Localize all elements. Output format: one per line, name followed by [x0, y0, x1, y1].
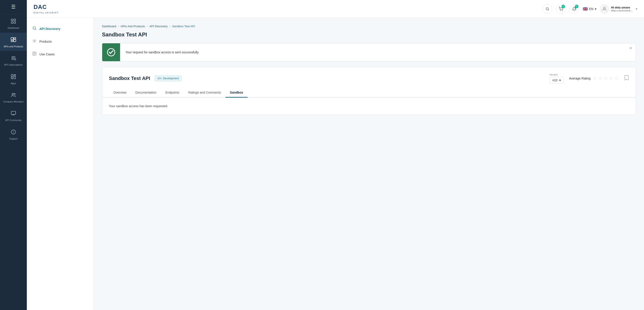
svg-point-26 — [562, 10, 562, 11]
sidebar-item-label: Company Members — [3, 100, 24, 103]
sidebar-item-label: API Community — [5, 119, 22, 122]
version-dropdown[interactable]: v10 ▾ — [550, 77, 564, 83]
page-title: Sandbox Test API — [102, 31, 636, 38]
user-email: ekta.u+pconsume... — [611, 9, 632, 12]
breadcrumb-apis-products[interactable]: APIs And Products — [121, 24, 145, 28]
star-4[interactable]: ☆ — [609, 75, 613, 81]
sidebar-item-label: APIs and Products — [4, 45, 23, 48]
svg-rect-5 — [14, 37, 16, 39]
header-actions: 0 0 0 🇬🇧 EN ▾ — [542, 4, 637, 14]
cart-badge: 0 — [562, 5, 565, 8]
logo: DAC DIGITAL APICRAFT — [34, 4, 59, 14]
sidebar-item-api-subscriptions[interactable]: API Subscriptions — [0, 51, 27, 69]
breadcrumb-dashboard[interactable]: Dashboard — [102, 24, 116, 28]
success-banner: Your request for sandbox access is sent … — [102, 43, 636, 61]
breadcrumb-api-discovery[interactable]: API Discovery — [149, 24, 168, 28]
svg-rect-14 — [14, 74, 16, 75]
sidebar-item-label: API Subscriptions — [4, 63, 23, 66]
api-card-header: Sandbox Test API </> Development Version… — [102, 67, 636, 83]
left-panel-item-products[interactable]: Products — [27, 35, 94, 48]
svg-point-25 — [560, 10, 560, 11]
svg-rect-1 — [14, 19, 16, 21]
sidebar-item-api-community[interactable]: API Community — [0, 106, 27, 125]
left-panel-item-label: Use Cases — [39, 52, 54, 56]
content-area: API Discovery Products — [27, 18, 644, 310]
use-cases-icon — [32, 51, 37, 57]
sidebar-item-company-members[interactable]: Company Members — [0, 88, 27, 106]
left-panel-item-use-cases[interactable]: Use Cases — [27, 48, 94, 60]
tab-ratings-comments-label: Ratings and Comments — [188, 91, 221, 94]
api-community-icon — [10, 109, 18, 117]
left-panel-item-label: API Discovery — [39, 27, 60, 30]
products-icon — [32, 39, 37, 44]
svg-line-31 — [35, 29, 36, 30]
api-subscriptions-icon — [10, 54, 18, 62]
success-icon-box — [102, 43, 120, 61]
svg-rect-13 — [11, 74, 13, 76]
tab-endpoints-label: Endpoints — [166, 91, 179, 94]
breadcrumb-sep-2: › — [147, 25, 148, 28]
bookmark-icon[interactable] — [624, 75, 629, 82]
version-value: v10 — [552, 78, 558, 82]
star-2[interactable]: ☆ — [598, 75, 603, 81]
version-label: Version — [550, 73, 564, 76]
notification-button[interactable]: 0 0 — [569, 4, 579, 14]
svg-rect-0 — [11, 19, 13, 21]
tab-sandbox-label: Sandbox — [230, 91, 243, 94]
sandbox-message: Your sandbox access has been requested. — [109, 104, 168, 108]
tab-overview-label: Overview — [113, 91, 126, 94]
language-selector[interactable]: 🇬🇧 EN ▾ — [583, 6, 596, 11]
sidebar-item-apps[interactable]: Apps — [0, 69, 27, 88]
main-area: DAC DIGITAL APICRAFT 0 — [27, 0, 644, 310]
api-card-content: Your sandbox access has been requested. — [102, 98, 636, 115]
svg-point-29 — [604, 7, 605, 9]
left-panel-item-api-discovery[interactable]: API Discovery — [27, 22, 94, 35]
search-button[interactable] — [542, 4, 552, 14]
flag-icon: 🇬🇧 — [583, 6, 588, 11]
stars: ☆ ☆ ☆ ☆ ☆ — [593, 75, 619, 81]
star-3[interactable]: ☆ — [604, 75, 608, 81]
tab-endpoints[interactable]: Endpoints — [161, 88, 184, 98]
success-close-button[interactable]: ✕ — [629, 46, 632, 50]
svg-line-24 — [548, 9, 549, 10]
svg-rect-2 — [11, 22, 13, 23]
svg-rect-15 — [11, 77, 13, 79]
rating-section: Average Rating ☆ ☆ ☆ ☆ ☆ — [569, 75, 619, 81]
language-label: EN — [589, 7, 593, 11]
development-badge: </> Development — [155, 75, 181, 81]
user-chevron-icon: ▾ — [636, 7, 637, 11]
tab-overview[interactable]: Overview — [109, 88, 131, 98]
code-icon: </> — [157, 77, 162, 80]
version-chevron-icon: ▾ — [559, 78, 561, 82]
sidebar-item-support[interactable]: Support — [0, 125, 27, 143]
menu-icon[interactable]: ☰ — [11, 4, 16, 10]
apis-products-icon — [10, 36, 18, 44]
svg-rect-7 — [11, 40, 13, 41]
star-5[interactable]: ☆ — [614, 75, 619, 81]
star-1[interactable]: ☆ — [593, 75, 597, 81]
apps-icon — [10, 73, 18, 81]
svg-point-22 — [13, 133, 14, 133]
svg-rect-4 — [11, 37, 13, 40]
sidebar-item-dashboard[interactable]: Dashboard — [0, 14, 27, 33]
company-members-icon — [10, 91, 18, 99]
notification-badge: 0 — [575, 5, 578, 8]
version-selector: Version v10 ▾ — [550, 73, 564, 83]
user-menu[interactable]: Hi ekta umare ekta.u+pconsume... ▾ — [600, 4, 637, 13]
svg-point-32 — [34, 40, 35, 42]
tab-documentation-label: Documentation — [135, 91, 156, 94]
svg-rect-6 — [14, 39, 16, 42]
user-text: Hi ekta umare ekta.u+pconsume... — [611, 6, 632, 12]
sidebar-item-apis-products[interactable]: APIs and Products — [0, 33, 27, 51]
rating-label: Average Rating — [569, 77, 590, 80]
tab-documentation[interactable]: Documentation — [131, 88, 161, 98]
header: DAC DIGITAL APICRAFT 0 — [27, 0, 644, 18]
sidebar-toggle[interactable]: ☰ — [0, 0, 27, 14]
logo-sub: DIGITAL APICRAFT — [34, 11, 59, 14]
tab-ratings-comments[interactable]: Ratings and Comments — [184, 88, 226, 98]
cart-button[interactable]: 0 — [556, 4, 566, 14]
right-panel: Dashboard › APIs And Products › API Disc… — [94, 18, 644, 310]
svg-point-18 — [14, 93, 15, 94]
tab-sandbox[interactable]: Sandbox — [226, 88, 248, 98]
api-tabs: Overview Documentation Endpoints Ratings… — [102, 88, 636, 98]
